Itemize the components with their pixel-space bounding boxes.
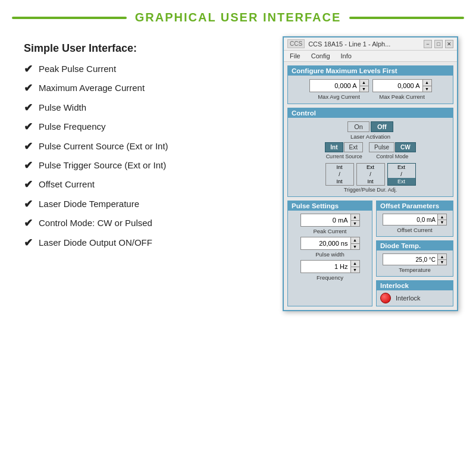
pulse-width-arrows: ▲ ▼ <box>350 237 359 249</box>
check-mark: ✔ <box>24 120 33 134</box>
window-icon: CCS <box>287 39 305 48</box>
trigger-ext-int-top: Ext <box>357 164 384 171</box>
frequency-spinbox[interactable]: 1 Hz ▲ ▼ <box>300 260 360 273</box>
checklist-item-text: Offset Current <box>39 178 95 190</box>
check-mark: ✔ <box>24 178 33 192</box>
menu-file[interactable]: File <box>289 52 302 60</box>
offset-header: Offset Parameters <box>377 201 453 211</box>
interlock-body: Interlock <box>377 290 453 306</box>
header-line-left <box>12 17 127 19</box>
avg-current-arrows: ▲ ▼ <box>359 80 368 92</box>
checklist-panel: Simple User Interface: ✔Peak Pulse Curre… <box>24 36 271 311</box>
diode-value: 25,0 °C <box>383 256 437 263</box>
peak-current-spinbox[interactable]: 0,000 A ▲ ▼ <box>372 79 432 92</box>
check-mark: ✔ <box>24 159 33 173</box>
checklist-item: ✔Laser Diode Output ON/OFF <box>24 237 271 250</box>
pulse-width-down[interactable]: ▼ <box>351 244 359 250</box>
diode-down[interactable]: ▼ <box>438 260 446 265</box>
pulse-width-label: Pulse width <box>315 251 345 258</box>
avg-current-value: 0,000 A <box>310 82 359 89</box>
control-section: Control On Off Laser Activation Int Ex <box>287 108 453 197</box>
menu-info[interactable]: Info <box>340 52 353 60</box>
pulse-peak-spinbox[interactable]: 0 mA ▲ ▼ <box>300 214 360 227</box>
checklist-item-text: Pulse Current Source (Ext or Int) <box>39 140 168 152</box>
avg-current-up[interactable]: ▲ <box>360 80 368 86</box>
interlock-header: Interlock <box>377 281 453 290</box>
trigger-ext-ext-top: Ext <box>388 164 415 171</box>
offset-spinbox[interactable]: 0,0 mA ▲ ▼ <box>383 214 447 226</box>
diode-body: 25,0 °C ▲ ▼ Temperature <box>377 250 453 276</box>
pulse-peak-value: 0 mA <box>301 217 350 224</box>
pulse-peak-down[interactable]: ▼ <box>351 221 359 227</box>
diode-arrows: ▲ ▼ <box>437 254 446 265</box>
offset-body: 0,0 mA ▲ ▼ Offset Current <box>377 211 453 236</box>
header-line-right <box>349 17 464 19</box>
pulse-peak-arrows: ▲ ▼ <box>350 214 359 226</box>
control-mode-group: Pulse CW Control Mode <box>369 142 416 159</box>
offset-down[interactable]: ▼ <box>438 220 446 226</box>
peak-current-up[interactable]: ▲ <box>423 80 431 86</box>
checklist-item: ✔Pulse Current Source (Ext or Int) <box>24 140 271 154</box>
trigger-row: Int / Int Ext / Int <box>292 163 449 186</box>
pulse-peak-group: 0 mA ▲ ▼ Peak Current <box>300 214 360 234</box>
bottom-row: Pulse Settings 0 mA ▲ ▼ Peak Current <box>287 201 453 306</box>
menu-bar: File Config Info <box>284 51 457 62</box>
pulse-peak-label: Peak Current <box>314 228 347 234</box>
checklist-item: ✔Maximum Average Current <box>24 82 271 95</box>
frequency-up[interactable]: ▲ <box>351 261 359 267</box>
checklist-title: Simple User Interface: <box>24 42 271 55</box>
current-source-group: Int Ext Current Source <box>325 142 363 159</box>
frequency-label: Frequency <box>317 274 343 281</box>
frequency-down[interactable]: ▼ <box>351 267 359 273</box>
checklist-item-text: Maximum Average Current <box>39 82 145 94</box>
control-mode-cw-button[interactable]: CW <box>395 142 416 152</box>
control-mode-pulse-button[interactable]: Pulse <box>369 142 394 152</box>
pulse-width-group: 20,000 ns ▲ ▼ Pulse width <box>300 237 360 258</box>
offset-arrows: ▲ ▼ <box>437 214 446 225</box>
minimize-button[interactable]: − <box>424 40 432 48</box>
trigger-ext-ext-btn[interactable]: Ext / Ext <box>387 163 416 186</box>
checklist-items: ✔Peak Pulse Current✔Maximum Average Curr… <box>24 63 271 250</box>
check-mark: ✔ <box>24 82 33 95</box>
pulse-header: Pulse Settings <box>288 201 372 211</box>
laser-off-button[interactable]: Off <box>371 121 393 132</box>
pulse-width-up[interactable]: ▲ <box>351 237 359 244</box>
frequency-value: 1 Hz <box>301 263 350 270</box>
pulse-body: 0 mA ▲ ▼ Peak Current 20,000 ns <box>288 211 372 284</box>
window-title: CCS 18A15 - Line 1 - Alph... <box>308 40 420 48</box>
current-source-ext-button[interactable]: Ext <box>344 142 363 152</box>
current-source-int-button[interactable]: Int <box>325 142 343 152</box>
menu-config[interactable]: Config <box>310 52 331 60</box>
check-mark: ✔ <box>24 217 33 230</box>
trigger-ext-int-btn[interactable]: Ext / Int <box>356 163 385 186</box>
maximize-button[interactable]: □ <box>434 40 443 48</box>
check-mark: ✔ <box>24 101 33 115</box>
pulse-width-spinbox[interactable]: 20,000 ns ▲ ▼ <box>300 237 360 250</box>
pulse-peak-up[interactable]: ▲ <box>351 214 359 221</box>
trigger-int-int-btn[interactable]: Int / Int <box>325 163 354 186</box>
diode-spinbox[interactable]: 25,0 °C ▲ ▼ <box>383 253 447 265</box>
checklist-item-text: Laser Diode Temperature <box>39 198 139 210</box>
close-button[interactable]: ✕ <box>445 40 453 48</box>
current-source-buttons: Int Ext <box>325 142 363 152</box>
diode-up[interactable]: ▲ <box>438 254 446 260</box>
avg-current-spinbox[interactable]: 0,000 A ▲ ▼ <box>309 79 369 92</box>
peak-current-label: Max Peak Current <box>379 93 425 100</box>
offset-up[interactable]: ▲ <box>438 214 446 220</box>
laser-on-button[interactable]: On <box>347 121 369 132</box>
trigger-ext-ext-bot: Ext <box>388 178 415 185</box>
page-title: GRAPHICAL USER INTERFACE <box>135 11 342 24</box>
checklist-item: ✔Offset Current <box>24 178 271 192</box>
configure-body: 0,000 A ▲ ▼ Max Avg Current 0,000 A <box>288 76 453 104</box>
check-mark: ✔ <box>24 140 33 154</box>
control-mode-buttons: Pulse CW <box>369 142 416 152</box>
laser-row: On Off Laser Activation <box>292 121 449 140</box>
peak-current-group: 0,000 A ▲ ▼ Max Peak Current <box>372 79 432 100</box>
checklist-item-text: Control Mode: CW or Pulsed <box>39 217 152 229</box>
avg-current-down[interactable]: ▼ <box>360 86 368 92</box>
peak-current-down[interactable]: ▼ <box>423 86 431 92</box>
check-mark: ✔ <box>24 198 33 211</box>
diode-header: Diode Temp. <box>377 241 453 250</box>
trigger-ext-ext-group: Ext / Ext <box>387 163 416 186</box>
checklist-item: ✔Pulse Width <box>24 102 271 115</box>
